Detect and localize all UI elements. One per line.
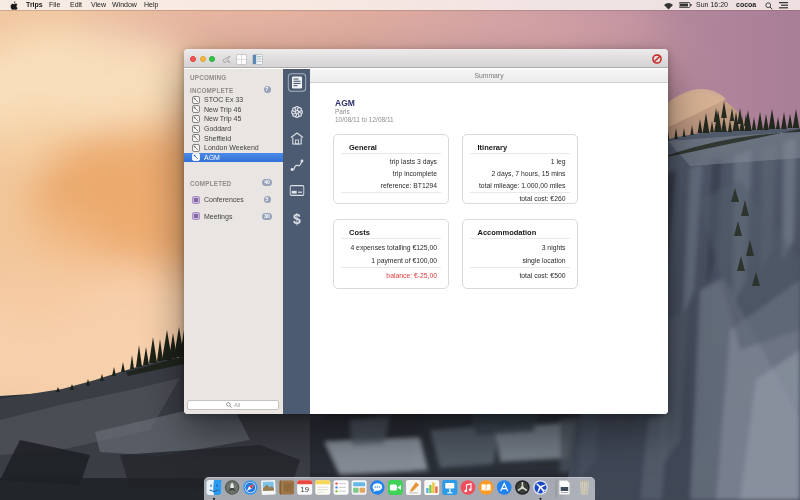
svg-text:$: $ — [293, 212, 301, 227]
svg-text:19: 19 — [301, 485, 309, 494]
